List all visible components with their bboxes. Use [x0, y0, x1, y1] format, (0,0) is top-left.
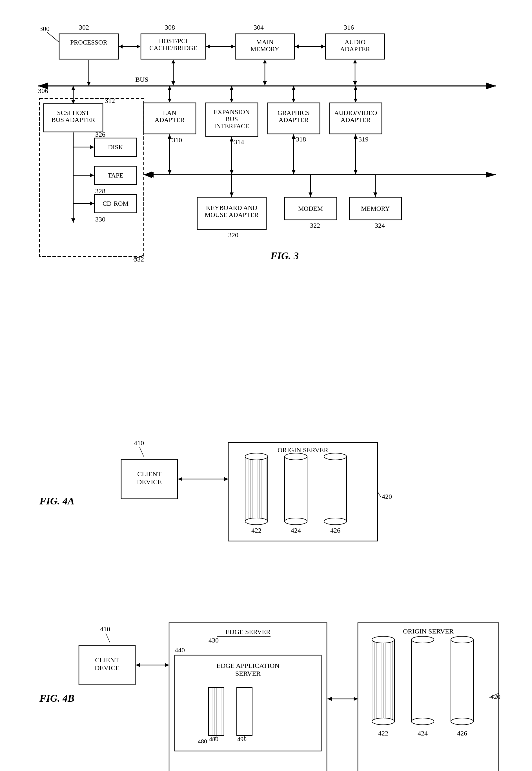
svg-marker-38 [263, 81, 267, 85]
svg-point-193 [372, 718, 394, 725]
svg-text:ADAPTER: ADAPTER [340, 46, 370, 53]
svg-text:MOUSE ADAPTER: MOUSE ADAPTER [205, 211, 259, 218]
svg-text:BUS: BUS [225, 116, 238, 123]
svg-text:BUS ADAPTER: BUS ADAPTER [51, 116, 95, 123]
svg-text:ORIGIN SERVER: ORIGIN SERVER [278, 446, 328, 454]
svg-text:DISK: DISK [108, 144, 123, 151]
svg-rect-195 [411, 640, 434, 721]
svg-text:FIG. 3: FIG. 3 [270, 250, 299, 262]
svg-text:312: 312 [105, 97, 115, 104]
svg-text:440: 440 [175, 646, 185, 654]
svg-marker-29 [486, 83, 496, 89]
svg-text:426: 426 [457, 730, 467, 737]
svg-text:322: 322 [310, 222, 320, 229]
fig4a-diagram: FIG. 4A 410 CLIENT DEVICE ORIGIN SERVER … [23, 420, 509, 595]
svg-point-200 [451, 636, 473, 643]
svg-marker-99 [292, 86, 296, 90]
svg-marker-18 [119, 45, 123, 48]
fig4b-diagram: FIG. 4B 410 CLIENT DEVICE EDGE SERVER 43… [23, 606, 509, 771]
svg-marker-41 [353, 81, 357, 85]
svg-text:308: 308 [165, 24, 175, 31]
svg-marker-25 [321, 45, 325, 48]
svg-text:424: 424 [418, 730, 428, 737]
svg-marker-112 [354, 134, 358, 139]
svg-text:422: 422 [378, 730, 388, 737]
svg-text:EDGE SERVER: EDGE SERVER [225, 628, 271, 635]
svg-text:480: 480 [198, 738, 207, 745]
svg-marker-90 [230, 99, 234, 102]
svg-text:EDGE APPLICATION: EDGE APPLICATION [216, 662, 279, 669]
svg-line-161 [106, 633, 110, 643]
svg-text:CACHE/BRIDGE: CACHE/BRIDGE [149, 45, 197, 52]
svg-text:480: 480 [209, 735, 218, 743]
svg-marker-185 [327, 697, 332, 701]
svg-marker-22 [231, 45, 235, 48]
svg-point-150 [285, 453, 307, 460]
svg-marker-19 [137, 45, 140, 48]
svg-rect-179 [237, 688, 252, 735]
svg-marker-124 [309, 192, 312, 197]
svg-rect-191 [372, 640, 394, 721]
svg-marker-129 [373, 192, 377, 197]
svg-text:422: 422 [251, 527, 261, 534]
svg-text:EXPANSION: EXPANSION [214, 108, 250, 116]
svg-text:ORIGIN SERVER: ORIGIN SERVER [403, 628, 454, 635]
svg-text:306: 306 [38, 87, 48, 94]
svg-text:DEVICE: DEVICE [137, 478, 162, 486]
svg-marker-40 [353, 60, 357, 63]
fig3-section: 300 302 PROCESSOR 308 HOST/PCI CACHE/BRI… [23, 17, 509, 397]
svg-marker-82 [168, 170, 172, 174]
svg-marker-92 [230, 137, 234, 141]
svg-point-154 [324, 453, 347, 460]
svg-text:CD-ROM: CD-ROM [103, 200, 128, 207]
svg-text:332: 332 [134, 256, 144, 263]
svg-text:HOST/PCI: HOST/PCI [159, 37, 188, 45]
svg-line-1 [47, 32, 59, 42]
svg-text:420: 420 [382, 493, 392, 500]
svg-text:INTERFACE: INTERFACE [214, 123, 249, 130]
svg-text:MAIN: MAIN [256, 39, 274, 46]
svg-point-196 [411, 636, 434, 643]
svg-text:ADAPTER: ADAPTER [341, 116, 371, 123]
svg-marker-166 [136, 663, 140, 667]
svg-text:SERVER: SERVER [235, 670, 261, 677]
svg-point-151 [285, 518, 307, 525]
svg-marker-35 [171, 81, 175, 85]
svg-text:FIG. 4B: FIG. 4B [39, 693, 74, 704]
svg-text:310: 310 [172, 136, 182, 144]
svg-text:410: 410 [100, 625, 110, 633]
svg-text:ADAPTER: ADAPTER [155, 116, 185, 123]
svg-marker-110 [354, 99, 358, 102]
svg-text:CLIENT: CLIENT [95, 656, 119, 664]
svg-text:CLIENT: CLIENT [137, 470, 161, 478]
svg-marker-71 [486, 172, 496, 178]
svg-text:KEYBOARD AND: KEYBOARD AND [206, 204, 257, 211]
page: 300 302 PROCESSOR 308 HOST/PCI CACHE/BRI… [0, 0, 532, 771]
svg-rect-149 [285, 457, 307, 521]
svg-marker-79 [168, 99, 172, 102]
svg-marker-72 [144, 171, 152, 178]
svg-point-155 [324, 518, 347, 525]
svg-marker-100 [292, 99, 296, 102]
svg-marker-119 [230, 192, 234, 197]
svg-marker-140 [224, 477, 228, 481]
svg-rect-153 [324, 457, 347, 521]
svg-text:424: 424 [291, 527, 301, 534]
svg-text:490: 490 [237, 735, 247, 743]
svg-marker-186 [354, 697, 358, 701]
fig4a-section: FIG. 4A 410 CLIENT DEVICE ORIGIN SERVER … [23, 420, 509, 595]
svg-text:319: 319 [358, 136, 369, 143]
svg-text:330: 330 [95, 216, 105, 223]
svg-rect-176 [209, 688, 224, 735]
svg-text:410: 410 [134, 439, 144, 447]
svg-marker-89 [230, 86, 234, 90]
svg-text:318: 318 [296, 136, 306, 143]
svg-marker-32 [87, 82, 91, 86]
svg-text:328: 328 [95, 187, 105, 195]
svg-text:302: 302 [79, 24, 89, 31]
svg-line-134 [139, 447, 144, 457]
svg-text:FIG. 4A: FIG. 4A [39, 495, 74, 507]
svg-text:DEVICE: DEVICE [95, 664, 119, 672]
svg-marker-21 [206, 45, 210, 48]
svg-point-201 [451, 718, 473, 725]
